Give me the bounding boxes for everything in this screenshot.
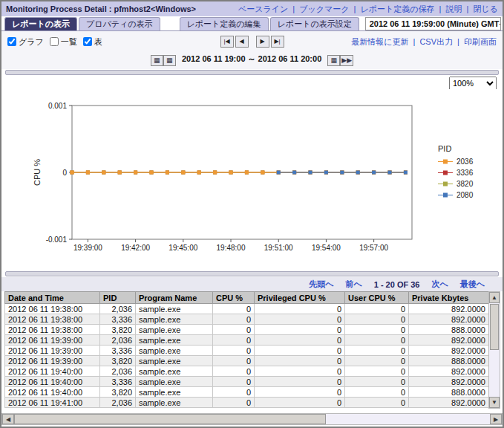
column-header: Date and Time xyxy=(5,292,100,304)
refresh-link[interactable]: 最新情報に更新 xyxy=(351,37,408,46)
cell: 0 xyxy=(345,356,409,366)
cell: 3,820 xyxy=(100,356,136,366)
cell: 0 xyxy=(255,398,345,408)
column-header: PID xyxy=(100,292,136,304)
table-row: 2012 06 11 19:39:003,336sample.exe000892… xyxy=(5,346,489,356)
cell: 0 xyxy=(213,356,255,366)
link-separator: | xyxy=(352,4,359,13)
range-right-icons: ▦▶▶ xyxy=(327,52,353,66)
horizontal-scroll-thumb[interactable] xyxy=(14,414,326,424)
horizontal-scrollbar: ◀ ▶ xyxy=(1,413,503,425)
scroll-down-icon[interactable]: ▼ xyxy=(489,397,500,408)
tab-report-display[interactable]: レポートの表示 xyxy=(4,17,77,30)
svg-text:19:54:00: 19:54:00 xyxy=(312,244,341,252)
cell: 0 xyxy=(255,356,345,366)
svg-text:0: 0 xyxy=(62,169,67,177)
cell: 0 xyxy=(345,346,409,356)
close-link[interactable]: 閉じる xyxy=(473,4,498,13)
table-body: 2012 06 11 19:38:002,036sample.exe000892… xyxy=(5,304,489,408)
range-left-icons: ▦▦ xyxy=(151,52,176,66)
cell: 2,036 xyxy=(100,366,136,377)
cell: 2012 06 11 19:40:00 xyxy=(5,387,100,398)
graph-checkbox-label: グラフ xyxy=(7,36,44,48)
toolbar: グラフ一覧表 |◀◀▶▶| 最新情報に更新 | CSV出力 | 印刷画面 ▦▦ … xyxy=(1,30,503,69)
cell: 2012 06 11 19:38:00 xyxy=(5,325,100,335)
tab-report-display-settings[interactable]: レポートの表示設定 xyxy=(270,17,359,30)
calendar-end-icon[interactable]: ▦ xyxy=(327,55,340,66)
list-checkbox[interactable] xyxy=(50,37,59,46)
cell: sample.exe xyxy=(136,387,213,398)
table-row: 2012 06 11 19:40:003,820sample.exe000888… xyxy=(5,387,489,398)
title-bar: Monitoring Process Detail : pfmhost2<Win… xyxy=(1,1,503,16)
cell: 892.0000 xyxy=(409,346,489,356)
prev-page-link[interactable]: 前へ xyxy=(345,279,361,290)
print-view-link[interactable]: 印刷画面 xyxy=(464,37,497,46)
first-page-link[interactable]: 先頭へ xyxy=(309,279,333,290)
cell: 888.0000 xyxy=(409,356,489,366)
splitter-bottom[interactable] xyxy=(5,271,499,276)
cell: 2012 06 11 19:39:00 xyxy=(5,356,100,366)
next-page-link[interactable]: 次へ xyxy=(431,279,448,290)
cell: 2012 06 11 19:39:00 xyxy=(5,335,100,346)
save-report-definition-link[interactable]: レポート定義の保存 xyxy=(360,4,434,13)
scroll-up-icon[interactable]: ▲ xyxy=(489,292,500,303)
toolbar-row-1: グラフ一覧表 |◀◀▶▶| 最新情報に更新 | CSV出力 | 印刷画面 xyxy=(7,35,497,48)
csv-export-link[interactable]: CSV出力 xyxy=(419,37,453,46)
cell: 0 xyxy=(213,377,255,387)
cell: 2,036 xyxy=(100,335,136,346)
cell: 2012 06 11 19:39:00 xyxy=(5,346,100,356)
cell: sample.exe xyxy=(136,398,213,408)
tab-property-display[interactable]: プロパティの表示 xyxy=(79,17,160,30)
window: Monitoring Process Detail : pfmhost2<Win… xyxy=(0,0,504,428)
list-checkbox-label: 一覧 xyxy=(50,36,77,48)
tab-report-definition-edit[interactable]: レポート定義の編集 xyxy=(180,17,269,30)
table-checkbox[interactable] xyxy=(83,37,92,46)
cell: 892.0000 xyxy=(409,335,489,346)
help-link[interactable]: 説明 xyxy=(446,4,462,13)
cell: sample.exe xyxy=(136,356,213,366)
svg-text:2080: 2080 xyxy=(456,191,474,199)
column-header: Private Kbytes xyxy=(409,292,489,304)
cell: 2,036 xyxy=(100,398,136,408)
column-header: Program Name xyxy=(136,292,213,304)
scroll-right-icon[interactable]: ▶ xyxy=(490,414,502,424)
next-data-button[interactable]: ▶ xyxy=(256,36,269,48)
cell: 892.0000 xyxy=(409,314,489,325)
zoom-select[interactable]: 100% xyxy=(449,77,497,90)
table-row: 2012 06 11 19:38:003,336sample.exe000892… xyxy=(5,314,489,325)
cell: 892.0000 xyxy=(409,398,489,408)
report-timestamp: 2012 06 11 19:59:00 (Minute) GMT+09:00 xyxy=(365,17,501,30)
first-data-button[interactable]: |◀ xyxy=(220,36,234,48)
svg-text:19:57:00: 19:57:00 xyxy=(359,244,388,252)
cell: sample.exe xyxy=(136,335,213,346)
bookmark-link[interactable]: ブックマーク xyxy=(299,4,349,13)
prev-data-button[interactable]: ◀ xyxy=(235,36,249,48)
splitter-top[interactable] xyxy=(5,70,499,75)
graph-checkbox-text: グラフ xyxy=(19,36,44,48)
cell: 3,820 xyxy=(100,325,136,335)
svg-text:-0.001: -0.001 xyxy=(46,236,68,244)
last-data-button[interactable]: ▶| xyxy=(271,36,284,48)
cell: sample.exe xyxy=(136,377,213,387)
svg-text:19:48:00: 19:48:00 xyxy=(217,244,246,252)
link-separator: | xyxy=(437,4,444,13)
cell: sample.exe xyxy=(136,304,213,314)
cell: 2012 06 11 19:38:00 xyxy=(5,304,100,314)
last-page-link[interactable]: 最後へ xyxy=(460,279,485,290)
list-checkbox-text: 一覧 xyxy=(61,36,77,48)
page-range: 1 - 20 OF 36 xyxy=(374,280,420,289)
time-settings-icon[interactable]: ▦ xyxy=(151,55,163,66)
graph-checkbox[interactable] xyxy=(7,37,16,46)
shift-range-forward-icon[interactable]: ▶▶ xyxy=(340,55,353,66)
vertical-scroll-thumb[interactable] xyxy=(490,304,499,350)
baseline-link[interactable]: ベースライン xyxy=(238,4,288,13)
svg-text:19:39:00: 19:39:00 xyxy=(73,244,102,252)
scroll-left-icon[interactable]: ◀ xyxy=(2,414,14,424)
table-vertical-scrollbar: ▲ ▼ xyxy=(488,291,500,409)
calendar-start-icon[interactable]: ▦ xyxy=(163,55,176,66)
table-checkbox-text: 表 xyxy=(94,36,102,48)
zoom-row: 100% xyxy=(449,76,497,89)
cell: 0 xyxy=(213,325,255,335)
svg-text:0.001: 0.001 xyxy=(48,102,67,110)
cell: 0 xyxy=(255,387,345,398)
